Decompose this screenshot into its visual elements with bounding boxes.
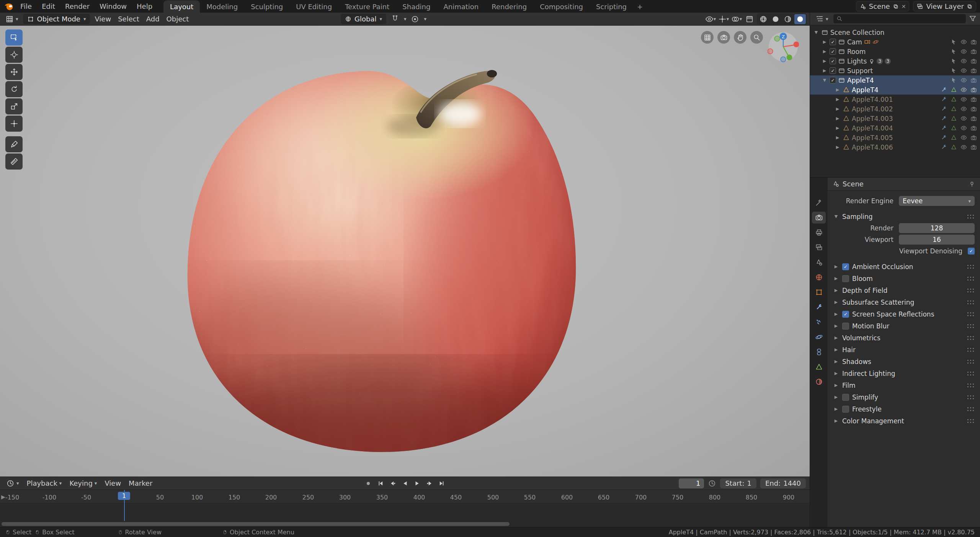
tab-output-properties[interactable] (812, 227, 826, 238)
panel-checkbox[interactable] (842, 394, 849, 401)
disclosure-icon[interactable]: ▼ (822, 78, 828, 83)
outliner-row-applet4-collection[interactable]: ▼ ✓ AppleT4 (810, 75, 980, 85)
render-engine-select[interactable]: Eevee ▾ (899, 196, 975, 206)
hide-eye-icon[interactable] (960, 87, 967, 93)
mesh-data-icon[interactable] (951, 115, 957, 122)
mesh-data-icon[interactable] (951, 106, 957, 112)
menu-object[interactable]: Object (164, 14, 191, 24)
hide-eye-icon[interactable] (960, 144, 967, 150)
render-visibility-icon[interactable] (970, 115, 977, 122)
tab-view-layer-properties[interactable] (812, 242, 826, 253)
hide-eye-icon[interactable] (960, 125, 967, 131)
filter-funnel-icon[interactable] (969, 15, 977, 23)
xray-toggle-button[interactable] (744, 14, 755, 24)
selectable-icon[interactable] (951, 77, 957, 83)
outliner-editor-type-button[interactable]: ▾ (813, 14, 831, 24)
scene-selector[interactable]: Scene ✕ (856, 1, 910, 11)
render-visibility-icon[interactable] (970, 39, 977, 45)
disclosure-icon[interactable]: ▶ (833, 418, 839, 423)
menu-file[interactable]: File (15, 1, 37, 11)
hide-eye-icon[interactable] (960, 39, 967, 45)
auto-keying-button[interactable] (363, 478, 374, 488)
outliner-row-room[interactable]: ▶ ✓ Room (810, 47, 980, 56)
disclosure-icon[interactable]: ▶ (835, 87, 841, 92)
hide-eye-icon[interactable] (960, 58, 967, 64)
disclosure-icon[interactable]: ▼ (833, 214, 839, 219)
drag-handle-icon[interactable] (967, 371, 975, 376)
disclosure-icon[interactable]: ▶ (822, 49, 828, 54)
drag-handle-icon[interactable] (967, 347, 975, 353)
menu-view-timeline[interactable]: View (102, 478, 123, 488)
nav-gizmo[interactable]: Z (768, 31, 799, 62)
selectable-icon[interactable] (951, 39, 957, 45)
render-samples-field[interactable]: 128 (899, 223, 975, 233)
outliner-row-scene-collection[interactable]: ▼ Scene Collection (810, 28, 980, 37)
panel-subsurface-scattering[interactable]: ▶ Subsurface Scattering (833, 296, 975, 308)
pan-view-button[interactable] (734, 31, 746, 44)
snap-options-dropdown[interactable]: ▾ (404, 16, 407, 21)
camera-view-button[interactable] (717, 31, 730, 44)
disclosure-icon[interactable]: ▶ (835, 106, 841, 111)
disclosure-icon[interactable]: ▶ (833, 383, 839, 388)
render-visibility-icon[interactable] (970, 134, 977, 141)
tab-layout[interactable]: Layout (163, 0, 200, 13)
render-visibility-icon[interactable] (970, 96, 977, 103)
tab-animation[interactable]: Animation (437, 0, 485, 13)
prev-keyframe-button[interactable] (387, 478, 399, 488)
outliner-row-cam[interactable]: ▶ ✓ Cam (810, 37, 980, 47)
tab-object-data-properties[interactable] (812, 361, 826, 373)
collection-checkbox[interactable]: ✓ (830, 77, 836, 83)
render-visibility-icon[interactable] (970, 77, 977, 83)
render-visibility-icon[interactable] (970, 67, 977, 74)
tab-particle-properties[interactable] (812, 316, 826, 328)
shading-material-button[interactable] (782, 14, 794, 24)
jump-to-end-button[interactable] (436, 478, 448, 488)
disclosure-icon[interactable]: ▶ (835, 97, 841, 102)
tab-material-properties[interactable] (812, 376, 826, 388)
shading-solid-button[interactable] (770, 14, 781, 24)
selectable-icon[interactable] (951, 48, 957, 55)
modifier-wrench-icon[interactable] (941, 87, 947, 93)
disclosure-icon[interactable]: ▶ (833, 335, 839, 340)
jump-to-start-button[interactable] (375, 478, 386, 488)
hide-eye-icon[interactable] (960, 96, 967, 103)
scrollbar-handle[interactable] (2, 522, 510, 526)
shading-wireframe-button[interactable] (758, 14, 769, 24)
next-keyframe-button[interactable] (424, 478, 435, 488)
panel-color-management[interactable]: ▶ Color Management (833, 415, 975, 427)
disclosure-icon[interactable]: ▶ (822, 39, 828, 44)
frame-start-field[interactable]: Start: 1 (720, 478, 756, 488)
drag-handle-icon[interactable] (967, 264, 975, 269)
render-visibility-icon[interactable] (970, 48, 977, 55)
use-preview-range-icon[interactable] (708, 479, 716, 488)
mesh-data-icon[interactable] (951, 144, 957, 150)
panel-film[interactable]: ▶ Film (833, 379, 975, 391)
transform-orientation-select[interactable]: Global ▾ (341, 14, 386, 24)
collection-checkbox[interactable]: ✓ (830, 48, 836, 55)
menu-add[interactable]: Add (144, 14, 162, 24)
selectable-icon[interactable] (951, 67, 957, 74)
new-view-layer-icon[interactable] (967, 3, 973, 10)
modifier-wrench-icon[interactable] (941, 125, 947, 131)
outliner-row-applet4-005[interactable]: ▶ AppleT4.005 (810, 133, 980, 142)
panel-checkbox[interactable] (842, 406, 849, 413)
selectable-icon[interactable] (951, 58, 957, 64)
disclosure-icon[interactable]: ▶ (833, 300, 839, 305)
drag-handle-icon[interactable] (967, 214, 975, 219)
unlink-scene-icon[interactable]: ✕ (902, 3, 906, 10)
panel-ambient-occlusion[interactable]: ▶ ✓ Ambient Occlusion (833, 261, 975, 273)
tab-rendering[interactable]: Rendering (485, 0, 533, 13)
tab-world-properties[interactable] (812, 271, 826, 283)
tab-constraint-properties[interactable] (812, 346, 826, 358)
tool-select-box[interactable] (5, 29, 23, 46)
tab-shading[interactable]: Shading (396, 0, 437, 13)
hide-eye-icon[interactable] (960, 115, 967, 122)
drag-handle-icon[interactable] (967, 335, 975, 341)
drag-handle-icon[interactable] (967, 276, 975, 281)
outliner-row-support[interactable]: ▶ ✓ Support (810, 66, 980, 75)
zoom-view-button[interactable] (750, 31, 763, 44)
hide-eye-icon[interactable] (960, 134, 967, 141)
modifier-wrench-icon[interactable] (941, 106, 947, 112)
outliner-search-input[interactable] (845, 15, 963, 23)
collection-checkbox[interactable]: ✓ (830, 39, 836, 45)
